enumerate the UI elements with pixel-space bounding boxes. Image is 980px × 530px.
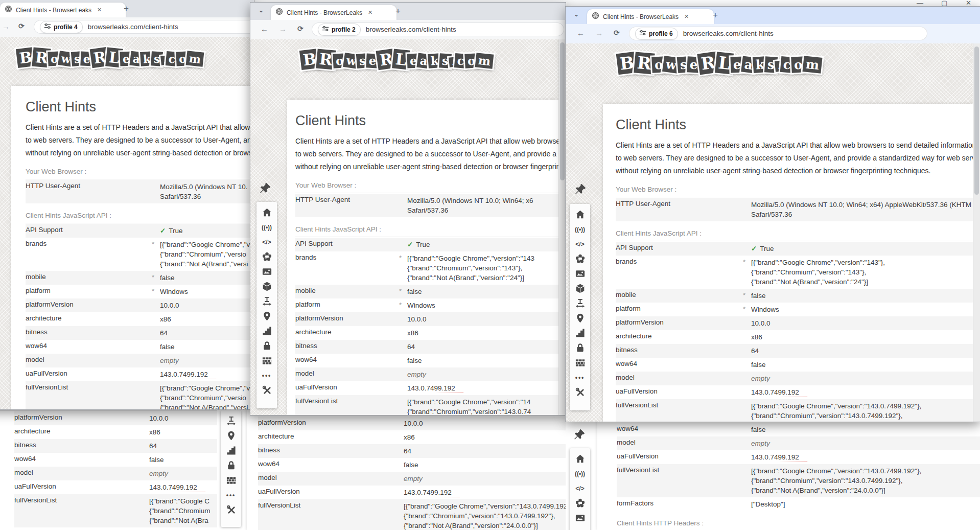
asterisk-marker [399, 370, 407, 379]
address-bar[interactable]: profile 2 browserleaks.com/client-hints [312, 22, 564, 36]
firewall-icon[interactable] [221, 473, 241, 488]
more-icon[interactable]: ••• [221, 488, 241, 502]
reload-button[interactable]: ⟳ [614, 29, 620, 37]
asterisk-marker [141, 441, 149, 451]
forward-button[interactable]: → [595, 29, 603, 37]
ssl-lock-icon[interactable] [221, 458, 241, 473]
scrollbar[interactable] [973, 43, 980, 422]
profile-chip[interactable]: profile 2 [318, 24, 361, 36]
scrollbar-thumb[interactable] [974, 47, 979, 195]
maximize-button[interactable]: ▢ [941, 0, 947, 7]
tab-close-icon[interactable]: ✕ [683, 13, 690, 20]
url-text[interactable]: browserleaks.com/client-hints [683, 30, 774, 37]
stairs-icon[interactable] [256, 324, 277, 338]
row-label: platform [616, 305, 743, 314]
ssl-lock-icon[interactable] [256, 338, 277, 353]
browserleaks-logo[interactable]: BRowseRLeaks.com [618, 53, 821, 74]
geolocation-icon[interactable] [570, 311, 590, 326]
new-tab-button[interactable]: + [395, 7, 401, 15]
stairs-icon[interactable] [221, 443, 241, 458]
row-value: {"brand":"Not A(Brand","version":"24.0.0… [404, 521, 566, 530]
more-icon[interactable]: ••• [256, 368, 277, 383]
url-text[interactable]: browserleaks.com/client-hints [88, 23, 178, 31]
canvas-icon[interactable] [570, 251, 590, 266]
font-metrics-icon[interactable] [221, 413, 241, 428]
tab-client-hints[interactable]: Client Hints - BrowserLeaks ✕ [0, 3, 126, 17]
code-icon[interactable]: </> [256, 235, 277, 249]
url-text[interactable]: browserleaks.com/client-hints [366, 26, 456, 33]
row-value: 10.0.0 [404, 419, 566, 428]
image-icon[interactable] [570, 511, 590, 525]
new-tab-button[interactable]: + [124, 4, 129, 13]
more-icon[interactable]: ••• [570, 370, 590, 385]
row-value: empty [751, 374, 973, 383]
geolocation-icon[interactable] [256, 309, 277, 324]
row-label: API Support [295, 240, 399, 249]
row-label: model [616, 374, 743, 383]
font-metrics-icon[interactable] [256, 294, 277, 309]
tab-close-icon[interactable]: ✕ [96, 7, 103, 13]
pin-icon[interactable] [574, 182, 587, 196]
canvas-icon[interactable] [256, 249, 277, 264]
geolocation-icon[interactable] [221, 428, 241, 443]
address-bar[interactable]: profile 6 browserleaks.com/client-hints [629, 27, 927, 40]
firewall-icon[interactable] [256, 353, 277, 368]
cube-icon[interactable] [256, 279, 277, 294]
firewall-icon[interactable] [570, 355, 590, 370]
tab-close-icon[interactable]: ✕ [366, 9, 374, 16]
row-value: {"brand":"Chromium","versio [160, 249, 254, 259]
back-button[interactable]: ← [577, 29, 585, 37]
broadcast-icon[interactable]: ((•)) [570, 222, 590, 237]
pin-icon[interactable] [573, 428, 586, 441]
tab-client-hints[interactable]: Client Hints - BrowserLeaks ✕ [271, 5, 396, 20]
home-icon[interactable] [570, 451, 590, 466]
asterisk-marker: * [152, 287, 160, 296]
forward-button[interactable]: → [2, 22, 10, 31]
canvas-icon[interactable] [570, 496, 590, 511]
image-icon[interactable] [570, 266, 590, 281]
row-label: HTTP User-Agent [616, 200, 743, 219]
home-icon[interactable] [256, 205, 277, 220]
tools-icon[interactable] [221, 502, 241, 517]
row-value: 10.0.0 [751, 318, 973, 328]
tools-icon[interactable] [256, 383, 277, 398]
row-label: fullVersionList [616, 401, 743, 422]
broadcast-icon[interactable]: ((•)) [570, 466, 590, 481]
scrollbar-thumb[interactable] [560, 42, 565, 180]
new-tab-button[interactable]: + [713, 11, 718, 19]
reload-button[interactable]: ⟳ [18, 22, 25, 30]
address-bar[interactable]: profile 4 browserleaks.com/client-hints [34, 20, 254, 34]
back-button[interactable]: ← [261, 25, 268, 33]
code-icon[interactable]: </> [570, 481, 590, 496]
home-icon[interactable] [570, 207, 590, 222]
profile-chip[interactable]: profile 4 [40, 21, 83, 33]
section-client-hints-js-api: Client Hints JavaScript API : [616, 221, 973, 241]
broadcast-icon[interactable]: ((•)) [256, 220, 277, 235]
page-background: ((•))</>••• Client Hints Client Hints ar… [566, 43, 980, 422]
tools-icon[interactable] [570, 385, 590, 400]
close-button[interactable]: ✕ [966, 0, 971, 7]
scrollbar[interactable] [558, 39, 566, 415]
pin-icon[interactable] [259, 181, 272, 195]
code-icon[interactable]: </> [570, 237, 590, 251]
browserleaks-logo[interactable]: BRowseRLeaks.com [18, 48, 202, 67]
tab-search-chevron-icon[interactable]: ⌄ [259, 7, 264, 14]
tab-search-chevron-icon[interactable]: ⌄ [574, 11, 579, 18]
table-row: API Support✓True [295, 238, 558, 251]
row-label: formFactors [617, 499, 743, 509]
reload-button[interactable]: ⟳ [297, 25, 304, 33]
stairs-icon[interactable] [570, 326, 590, 340]
browserleaks-logo[interactable]: BRowseRLeaks.com [301, 50, 492, 69]
minimize-button[interactable]: — [917, 0, 923, 7]
image-icon[interactable] [256, 264, 277, 279]
page-title: Client Hints [295, 113, 558, 129]
font-metrics-icon[interactable] [570, 296, 590, 311]
row-label: mobile [26, 273, 152, 283]
forward-button[interactable]: → [279, 25, 287, 33]
profile-chip[interactable]: profile 6 [635, 28, 678, 40]
ssl-lock-icon[interactable] [570, 340, 590, 355]
cube-icon[interactable] [570, 281, 590, 296]
intro-paragraph: to web servers. They are designed to be … [616, 152, 973, 165]
row-label: model [617, 439, 743, 448]
tab-client-hints[interactable]: Client Hints - BrowserLeaks ✕ [587, 9, 714, 24]
